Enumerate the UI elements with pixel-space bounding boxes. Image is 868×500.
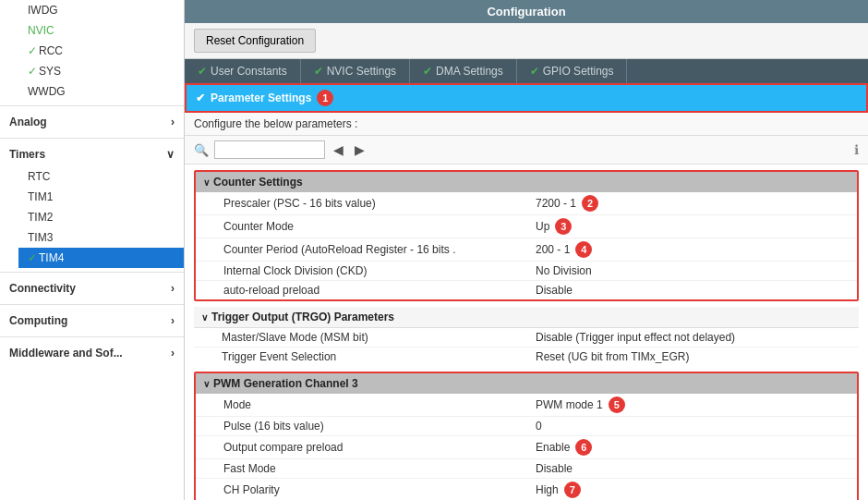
section-trigger-output: ∨ Trigger Output (TRGO) Parameters Maste… [194, 307, 859, 366]
settings-content: ∨ Counter Settings Prescaler (PSC - 16 b… [185, 165, 868, 500]
badge-5: 5 [609, 396, 625, 413]
section-counter-settings-header[interactable]: ∨ Counter Settings [196, 172, 857, 192]
check-icon: ✔ [198, 65, 207, 78]
param-row: Trigger Event Selection Reset (UG bit fr… [194, 348, 859, 366]
badge-7: 7 [564, 482, 581, 498]
chevron-right-icon: › [171, 347, 175, 360]
chevron-down-icon: ∨ [203, 379, 210, 389]
chevron-down-icon: ∨ [203, 177, 210, 188]
param-row: Mode PWM mode 1 5 [196, 394, 857, 417]
badge-2: 2 [582, 195, 598, 212]
sidebar-item-tim4[interactable]: ✓ TIM4 [18, 248, 184, 268]
chevron-right-icon: › [171, 116, 175, 128]
param-row: Prescaler (PSC - 16 bits value) 7200 - 1… [196, 192, 857, 215]
nav-next-button[interactable]: ▶ [352, 142, 368, 157]
badge-6: 6 [575, 439, 592, 456]
toolbar: Reset Configuration [185, 23, 868, 59]
sidebar-item-sys[interactable]: ✓ SYS [18, 61, 184, 81]
param-row: Pulse (16 bits value) 0 [196, 417, 857, 436]
sidebar-item-iwdg[interactable]: IWDG [18, 0, 184, 20]
chevron-down-icon: ∨ [201, 312, 208, 323]
tab-user-constants[interactable]: ✔ User Constants [185, 59, 301, 83]
section-counter-settings: ∨ Counter Settings Prescaler (PSC - 16 b… [194, 170, 859, 301]
tab-nvic-settings[interactable]: ✔ NVIC Settings [301, 59, 410, 83]
tabs-bar: ✔ User Constants ✔ NVIC Settings ✔ DMA S… [185, 59, 868, 83]
badge-4: 4 [575, 241, 592, 258]
sidebar-group-middleware[interactable]: Middleware and Sof... › [0, 341, 184, 365]
check-icon: ✓ [28, 44, 37, 57]
chevron-right-icon: › [171, 282, 175, 295]
sidebar: IWDG NVIC ✓ RCC ✓ SYS WWDG Analog › Time… [0, 0, 185, 500]
nav-prev-button[interactable]: ◀ [331, 142, 346, 157]
sidebar-item-wwdg[interactable]: WWDG [18, 81, 184, 102]
section-pwm-channel3-header[interactable]: ∨ PWM Generation Channel 3 [196, 373, 857, 394]
section-trigger-output-header[interactable]: ∨ Trigger Output (TRGO) Parameters [194, 307, 859, 328]
badge-3: 3 [555, 218, 572, 235]
sidebar-item-nvic[interactable]: NVIC [18, 20, 184, 41]
active-tab-badge: 1 [317, 90, 333, 106]
sidebar-item-tim1[interactable]: TIM1 [18, 187, 184, 207]
param-row: Internal Clock Division (CKD) No Divisio… [196, 262, 857, 281]
check-icon: ✔ [196, 91, 205, 104]
param-row: CH Polarity High 7 [196, 479, 857, 500]
chevron-right-icon: › [171, 314, 175, 327]
check-icon: ✔ [423, 65, 432, 78]
configure-label: Configure the below parameters : [185, 113, 868, 136]
param-row: Counter Mode Up 3 [196, 215, 857, 238]
sidebar-item-rtc[interactable]: RTC [18, 166, 184, 187]
sidebar-item-tim3[interactable]: TIM3 [18, 227, 184, 248]
sidebar-group-timers[interactable]: Timers ∨ [0, 142, 184, 166]
search-icon: 🔍 [194, 143, 209, 157]
sidebar-item-tim2[interactable]: TIM2 [18, 207, 184, 227]
info-icon: ℹ [854, 142, 859, 157]
search-bar: 🔍 ◀ ▶ ℹ [185, 136, 868, 165]
page-title: Configuration [487, 5, 565, 18]
sidebar-item-rcc[interactable]: ✓ RCC [18, 41, 184, 61]
param-row: Counter Period (AutoReload Register - 16… [196, 238, 857, 262]
main-content: Configuration Reset Configuration ✔ User… [185, 0, 868, 500]
check-icon: ✔ [530, 65, 539, 78]
active-tab-parameter-settings[interactable]: ✔ Parameter Settings 1 [185, 83, 868, 113]
sidebar-group-computing[interactable]: Computing › [0, 309, 184, 333]
param-row: auto-reload preload Disable [196, 281, 857, 299]
param-row: Master/Slave Mode (MSM bit) Disable (Tri… [194, 328, 859, 348]
check-icon: ✓ [28, 251, 37, 264]
sidebar-group-connectivity[interactable]: Connectivity › [0, 276, 184, 300]
tab-dma-settings[interactable]: ✔ DMA Settings [410, 59, 517, 83]
sidebar-group-analog[interactable]: Analog › [0, 110, 184, 134]
param-row: Output compare preload Enable 6 [196, 436, 857, 459]
section-pwm-channel3: ∨ PWM Generation Channel 3 Mode PWM mode… [194, 372, 859, 500]
param-row: Fast Mode Disable [196, 459, 857, 479]
check-icon: ✔ [314, 65, 323, 78]
reset-configuration-button[interactable]: Reset Configuration [194, 29, 316, 53]
chevron-down-icon: ∨ [166, 148, 175, 161]
search-input[interactable] [214, 140, 325, 159]
tab-gpio-settings[interactable]: ✔ GPIO Settings [517, 59, 628, 83]
title-bar: Configuration [185, 0, 868, 23]
check-icon: ✓ [28, 65, 37, 78]
